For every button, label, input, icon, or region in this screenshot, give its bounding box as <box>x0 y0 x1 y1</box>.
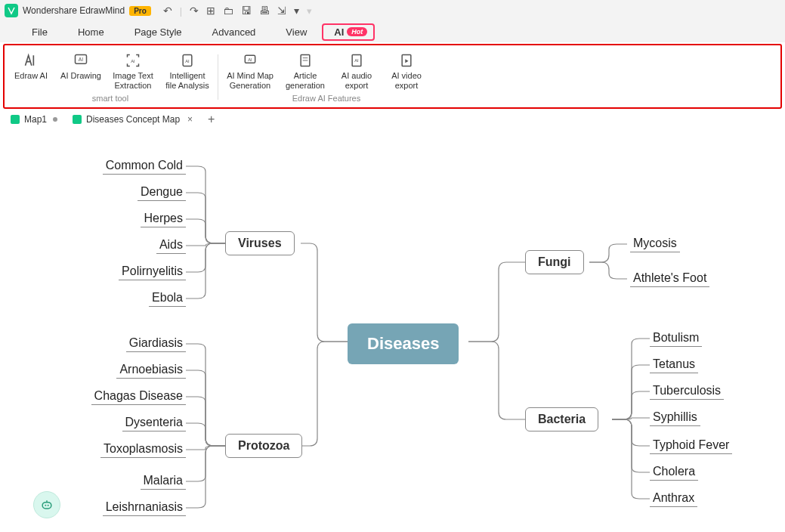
leaf-tetanus[interactable]: Tetanus <box>650 356 698 373</box>
leaf-tuberculosis[interactable]: Tuberculosis <box>650 382 724 400</box>
open-folder-icon[interactable]: 🗀 <box>223 5 233 17</box>
new-tab-button[interactable]: + <box>200 113 222 126</box>
svg-text:AI: AI <box>79 57 83 62</box>
leaf-polirnyelitis[interactable]: Polirnyelitis <box>119 263 186 280</box>
hot-badge: Hot <box>347 27 367 36</box>
article-icon <box>296 51 314 70</box>
svg-point-15 <box>45 505 46 506</box>
leaf-common-cold[interactable]: Common Cold <box>103 157 186 175</box>
app-title: Wondershare EdrawMind <box>23 5 125 16</box>
leaf-ebola[interactable]: Ebola <box>149 289 186 307</box>
menu-home[interactable]: Home <box>63 23 119 41</box>
node-fungi[interactable]: Fungi <box>525 250 584 274</box>
ai-icon <box>22 51 40 70</box>
menu-ai[interactable]: AI Hot <box>322 23 375 41</box>
menu-ai-label: AI <box>334 26 344 38</box>
svg-text:AI: AI <box>185 59 190 63</box>
leaf-malaria[interactable]: Malaria <box>141 472 186 490</box>
leaf-cholera[interactable]: Cholera <box>650 463 698 481</box>
drawing-icon: AI <box>72 51 90 70</box>
quick-access-toolbar: ↶ | ↷ ⊞ 🗀 🖫 🖶 ⇲ ▾ ▾ <box>163 5 312 17</box>
node-bacteria[interactable]: Bacteria <box>525 407 598 431</box>
edraw-ai-button[interactable]: Edraw AI <box>9 50 53 92</box>
ribbon-group-smart-tool: Edraw AI AIAI Drawing AIImage Text Extra… <box>9 50 212 104</box>
leaf-athletes-foot[interactable]: Athlete's Foot <box>630 270 709 287</box>
ai-ribbon: Edraw AI AIAI Drawing AIImage Text Extra… <box>3 44 782 109</box>
ai-drawing-button[interactable]: AIAI Drawing <box>59 50 103 92</box>
leaf-dengue[interactable]: Dengue <box>138 184 186 201</box>
unsaved-dot-icon <box>53 117 57 122</box>
tab-map1[interactable]: Map1 <box>3 109 65 130</box>
article-generation-button[interactable]: Article generation <box>282 50 329 92</box>
ribbon-separator <box>218 54 218 100</box>
ai-video-export-button[interactable]: AI video export <box>385 50 428 92</box>
app-logo-icon <box>5 4 18 17</box>
menubar: File Home Page Style Advanced View AI Ho… <box>0 21 785 42</box>
tab-diseases-concept-map[interactable]: Diseases Concept Map × <box>65 109 200 130</box>
svg-text:AI: AI <box>354 58 359 63</box>
leaf-arnoebiasis[interactable]: Arnoebiasis <box>116 361 186 379</box>
audio-export-icon: AI <box>348 51 366 70</box>
menu-page-style[interactable]: Page Style <box>119 23 197 41</box>
leaf-syphillis[interactable]: Syphillis <box>650 409 700 426</box>
titlebar: Wondershare EdrawMind Pro ↶ | ↷ ⊞ 🗀 🖫 🖶 … <box>0 0 785 21</box>
ribbon-caption-ai-features: Edraw AI Features <box>292 94 361 104</box>
save-icon[interactable]: 🖫 <box>241 5 252 17</box>
ai-mindmap-generation-button[interactable]: AIAI Mind Map Generation <box>224 50 276 92</box>
svg-marker-13 <box>405 59 408 63</box>
doc-icon <box>11 115 20 124</box>
menu-file[interactable]: File <box>17 23 63 41</box>
menu-advanced[interactable]: Advanced <box>197 23 271 41</box>
mindmap-icon: AI <box>241 51 259 70</box>
add-icon[interactable]: ⊞ <box>206 5 215 17</box>
svg-rect-14 <box>42 503 51 509</box>
ai-audio-export-button[interactable]: AIAI audio export <box>335 50 379 92</box>
leaf-botulism[interactable]: Botulism <box>650 329 702 347</box>
leaf-giardiasis[interactable]: Giardiasis <box>126 335 186 352</box>
image-text-extraction-button[interactable]: AIImage Text Extraction <box>109 50 157 92</box>
ribbon-caption-smart-tool: smart tool <box>92 94 128 104</box>
redo-icon[interactable]: ↷ <box>190 5 199 17</box>
document-tabs: Map1 Diseases Concept Map × + <box>0 109 785 130</box>
svg-point-16 <box>48 505 49 506</box>
leaf-toxoplasmosis[interactable]: Toxoplasmosis <box>100 441 186 458</box>
leaf-dysenteria[interactable]: Dysentеria <box>122 414 186 431</box>
chat-fab-button[interactable] <box>33 491 60 518</box>
mindmap-canvas[interactable]: Diseases Viruses Protozoa Fungi Bacteria… <box>0 130 785 532</box>
tab-label: Map1 <box>24 114 47 125</box>
leaf-aids[interactable]: Aids <box>156 237 186 254</box>
dropdown-icon[interactable]: ▾ <box>294 5 299 17</box>
svg-text:AI: AI <box>131 59 135 63</box>
root-node-diseases[interactable]: Diseases <box>348 323 459 364</box>
pro-badge: Pro <box>129 6 151 16</box>
tab-label: Diseases Concept Map <box>86 114 180 125</box>
node-protozoa[interactable]: Protozoa <box>225 434 302 458</box>
node-viruses[interactable]: Viruses <box>225 231 295 255</box>
video-export-icon <box>397 51 416 70</box>
leaf-herpes[interactable]: Herpes <box>141 210 186 227</box>
leaf-anthrax[interactable]: Anthrax <box>650 490 697 507</box>
print-icon[interactable]: 🖶 <box>259 5 270 17</box>
export-icon[interactable]: ⇲ <box>277 5 286 17</box>
leaf-mycosis[interactable]: Mycosis <box>630 235 680 252</box>
doc-icon <box>73 115 82 124</box>
leaf-chagas-disease[interactable]: Chagas Disease <box>91 388 186 405</box>
close-icon[interactable]: × <box>187 114 193 125</box>
undo-icon[interactable]: ↶ <box>163 5 172 17</box>
menu-view[interactable]: View <box>270 23 322 41</box>
file-analysis-icon: AI <box>178 51 196 70</box>
robot-icon <box>39 497 54 512</box>
ocr-icon: AI <box>124 51 142 70</box>
intelligent-file-analysis-button[interactable]: AIIntelligent file Analysis <box>163 50 212 92</box>
ribbon-group-ai-features: AIAI Mind Map Generation Article generat… <box>224 50 428 104</box>
leaf-typhoid-fever[interactable]: Typhoid Fever <box>650 437 732 454</box>
svg-text:AI: AI <box>248 57 252 62</box>
app-window: Wondershare EdrawMind Pro ↶ | ↷ ⊞ 🗀 🖫 🖶 … <box>0 0 785 532</box>
leaf-leishrnaniasis[interactable]: Leishrnaniasis <box>103 499 186 516</box>
